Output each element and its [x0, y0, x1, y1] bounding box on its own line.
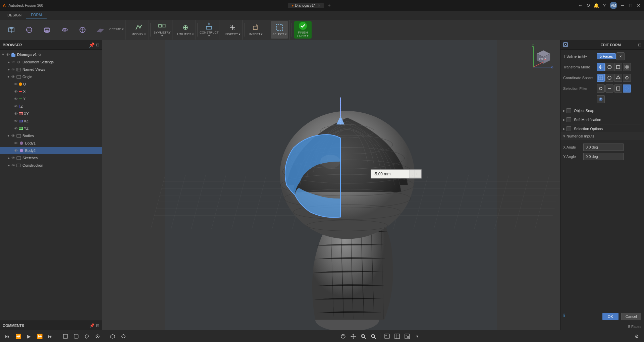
finish-form-button[interactable]: FINISH FORM ▾: [294, 21, 312, 39]
nav-orbit-icon[interactable]: [338, 332, 348, 341]
y-angle-input[interactable]: [583, 153, 624, 160]
tree-item-sketches[interactable]: ▶ 👁 Sketches: [0, 154, 102, 162]
comments-pin-icon[interactable]: 📌: [90, 323, 95, 328]
expand-arrow-bodies[interactable]: ▶: [7, 134, 11, 138]
sel-filter-btn4[interactable]: [623, 84, 631, 93]
sel-filter-btn1[interactable]: [597, 84, 605, 93]
notification-icon[interactable]: 🔔: [594, 3, 599, 8]
transform-mode-btn3[interactable]: [614, 63, 622, 71]
viewport[interactable]: -5.00 mm ⋮ + FRONT: [102, 40, 560, 330]
visibility-construction-icon[interactable]: 👁: [11, 163, 15, 168]
create-torus-button[interactable]: [56, 21, 73, 39]
expand-arrow-origin[interactable]: ▶: [7, 75, 11, 79]
playback-start-icon[interactable]: ⏮: [3, 332, 12, 341]
modify-button[interactable]: MODIFY ▾: [130, 21, 147, 39]
tab-add-button[interactable]: +: [326, 2, 332, 9]
coord-space-btn3[interactable]: [614, 74, 622, 82]
playback-next-icon[interactable]: ⏩: [35, 332, 44, 341]
insert-button[interactable]: INSERT ▾: [247, 21, 265, 39]
transform-mode-btn4[interactable]: [623, 63, 631, 71]
visibility-bodies-icon[interactable]: 👁: [11, 133, 15, 138]
sel-opts-checkbox[interactable]: [567, 126, 571, 131]
create-box-button[interactable]: [3, 21, 20, 39]
tree-item-named-views[interactable]: ▶ 👁 Named Views: [0, 66, 102, 73]
tree-item-bodies[interactable]: ▶ 👁 Bodies: [0, 132, 102, 139]
display-mode-icon[interactable]: [382, 332, 392, 341]
visibility-xy-icon[interactable]: 👁: [13, 111, 18, 116]
expand-arrow-named-views[interactable]: ▶: [7, 67, 11, 71]
nav-zoom-window-icon[interactable]: [369, 332, 378, 341]
coord-space-btn4[interactable]: [623, 74, 631, 82]
coord-space-btn1[interactable]: [597, 74, 605, 82]
object-snap-section[interactable]: ▶ Object Snap: [563, 106, 641, 115]
expand-arrow-dianoga[interactable]: ▶: [1, 53, 5, 57]
tree-item-xy[interactable]: 👁 XY: [0, 110, 102, 117]
mode-tab-form[interactable]: FORM: [26, 12, 46, 18]
nav-zoom-icon[interactable]: [359, 332, 368, 341]
coord-space-btn2[interactable]: [605, 74, 613, 82]
create-cylinder-button[interactable]: [38, 21, 56, 39]
expand-arrow-sketches[interactable]: ▶: [7, 156, 11, 160]
comments-resize-icon[interactable]: ⊟: [96, 323, 99, 328]
nav-refresh-icon[interactable]: ↻: [586, 3, 591, 8]
create-sphere-button[interactable]: [20, 21, 38, 39]
maximize-button[interactable]: □: [628, 3, 633, 8]
nav-pan-icon[interactable]: [348, 332, 358, 341]
soft-mod-checkbox[interactable]: [567, 117, 571, 122]
select-window-icon[interactable]: [61, 332, 70, 341]
mode-tab-design[interactable]: DESIGN: [3, 12, 26, 18]
tree-item-y[interactable]: 👁 Y: [0, 95, 102, 103]
numerical-inputs-section[interactable]: ▶ Numerical Inputs: [560, 132, 644, 140]
snapping-icon[interactable]: [119, 332, 128, 341]
visibility-sketches-icon[interactable]: 👁: [11, 156, 15, 160]
create-label-btn[interactable]: CREATE ▾: [109, 27, 124, 32]
symmetry-button[interactable]: SYMMETRY ▾: [153, 21, 171, 39]
document-tab[interactable]: ● Dianoga v1* ✕: [288, 3, 324, 8]
sel-filter-extra-btn[interactable]: [597, 95, 605, 103]
sel-filter-btn3[interactable]: [614, 84, 622, 93]
select-paint-icon[interactable]: [93, 332, 102, 341]
transform-mode-btn1[interactable]: [597, 63, 605, 71]
ok-button[interactable]: OK: [602, 313, 619, 320]
tree-item-construction[interactable]: ▶ 👁 Construction: [0, 162, 102, 169]
construct-button[interactable]: CONSTRUCT ▾: [200, 21, 218, 39]
x-angle-input[interactable]: [583, 144, 624, 151]
view-cube[interactable]: FRONT X Z Y: [530, 44, 557, 70]
expand-arrow-construction[interactable]: ▶: [7, 163, 11, 167]
utilities-button[interactable]: UTILITIES ▾: [177, 21, 194, 39]
object-snap-checkbox[interactable]: [567, 108, 571, 113]
render-mode-icon[interactable]: [402, 332, 412, 341]
user-avatar[interactable]: AM: [610, 2, 617, 9]
visibility-yz-icon[interactable]: 👁: [13, 126, 18, 131]
edit-form-pin-icon[interactable]: ⊟: [638, 43, 641, 47]
close-button[interactable]: ✕: [636, 3, 641, 8]
visibility-body1-icon[interactable]: 👁: [13, 141, 18, 146]
select-body-icon[interactable]: [108, 332, 117, 341]
visibility-x-icon[interactable]: 👁: [13, 89, 18, 94]
visibility-o-icon[interactable]: 👁: [13, 82, 18, 87]
visibility-origin-icon[interactable]: 👁: [11, 74, 15, 79]
playback-play-icon[interactable]: ▶: [24, 332, 34, 341]
settings-icon[interactable]: ⚙: [632, 332, 641, 341]
tree-item-body2[interactable]: 👁 Body2: [0, 147, 102, 154]
info-icon[interactable]: ℹ: [563, 313, 565, 320]
grid-display-icon[interactable]: [392, 332, 402, 341]
create-plane-button[interactable]: [92, 21, 109, 39]
tree-item-z[interactable]: 👁 Z: [0, 103, 102, 110]
visibility-dianoga-icon[interactable]: 👁: [5, 52, 10, 57]
visibility-y-icon[interactable]: 👁: [13, 97, 18, 101]
cancel-button[interactable]: Cancel: [621, 313, 641, 320]
playback-prev-icon[interactable]: ⏪: [13, 332, 23, 341]
more-display-options-icon[interactable]: ▾: [413, 332, 422, 341]
select-button[interactable]: SELECT ▾: [271, 21, 288, 39]
tree-item-origin[interactable]: ▶ 👁 Origin: [0, 73, 102, 80]
tree-item-dianoga[interactable]: ▶ 👁 Dianoga v1 ⚙: [0, 51, 102, 58]
tab-close-icon[interactable]: ✕: [318, 4, 320, 7]
inspect-button[interactable]: INSPECT ▾: [224, 21, 241, 39]
select-freeform-icon[interactable]: [82, 332, 92, 341]
tree-item-body1[interactable]: 👁 Body1: [0, 139, 102, 147]
browser-pin-icon[interactable]: 📌: [89, 42, 95, 48]
tree-item-yz[interactable]: 👁 YZ: [0, 125, 102, 132]
transform-mode-btn2[interactable]: [605, 63, 613, 71]
visibility-doc-settings-icon[interactable]: 👁: [11, 60, 15, 64]
